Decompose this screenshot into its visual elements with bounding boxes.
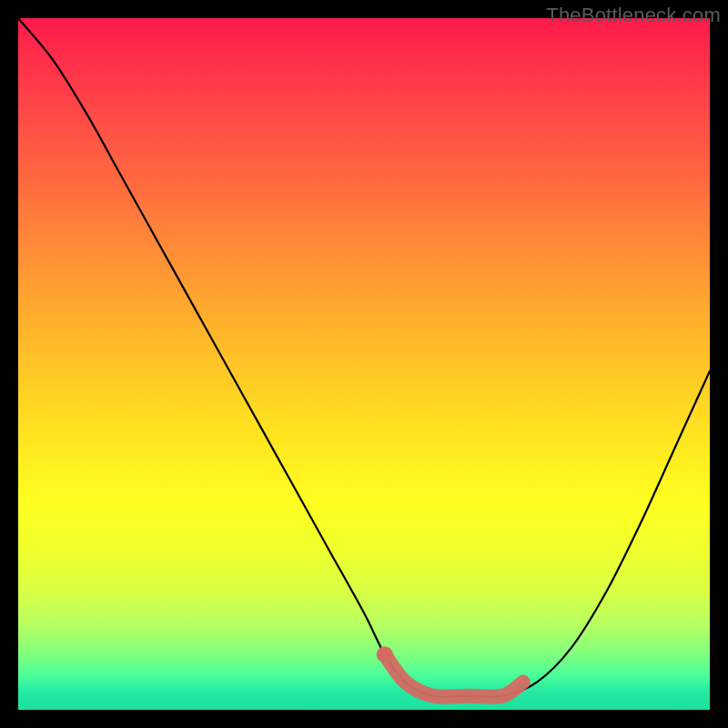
bottleneck-curve	[18, 18, 710, 697]
optimal-zone-highlight	[385, 654, 523, 697]
optimal-marker-dot	[377, 646, 393, 662]
watermark-label: TheBottleneck.com	[546, 4, 721, 27]
curve-svg	[18, 18, 710, 710]
plot-area	[18, 18, 710, 710]
chart-stage: TheBottleneck.com	[0, 0, 728, 728]
